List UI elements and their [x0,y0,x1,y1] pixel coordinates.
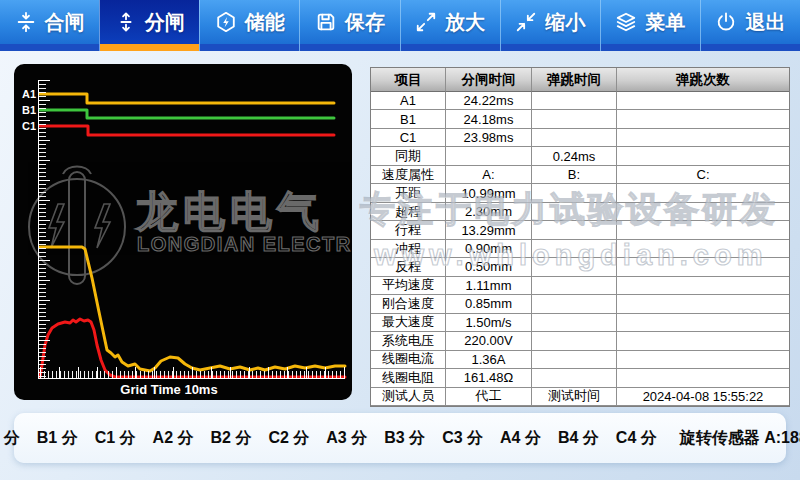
grid-time-label: Grid Time 10ms [84,382,254,397]
trace-C1-contact [40,126,334,135]
toolbar-tab-save[interactable]: 保存 [299,0,399,51]
table-cell: 代工 [446,388,532,406]
table-cell: 2.30mm [446,203,532,221]
waveform-chart: 龙电电气 LONGDIAN ELECTRIC A1B1C1 Grid Time … [14,64,352,400]
table-cell: B1 [371,110,446,128]
table-cell: 1.11mm [446,277,532,295]
table-cell: 161.48Ω [446,369,532,387]
phase-state-item: C1 分 [95,428,136,449]
zoom-out-icon [515,11,537,33]
column-header: 弹跳次数 [617,68,789,92]
watermark-en-text: LONGDIAN ELECTRIC [137,233,352,255]
table-cell: 2024-04-08 15:55:22 [617,388,789,406]
table-cell [532,203,617,221]
tab-label: 退出 [745,9,785,36]
table-cell: 开距 [371,184,446,202]
lightning-bolt-icon [49,204,64,248]
table-cell [617,129,789,147]
column-header: 分闸时间 [446,68,532,92]
toolbar-tab-zoom-out[interactable]: 缩小 [500,0,600,51]
table-cell: 220.00V [446,332,532,350]
table-cell: 测试时间 [532,388,617,406]
phase-state-item: B4 分 [558,428,599,449]
table-cell [617,147,789,165]
table-cell [617,314,789,332]
column-header: 项目 [371,68,446,92]
table-cell [617,258,789,276]
tab-label: 合闸 [45,9,85,36]
table-cell: 超程 [371,203,446,221]
tab-label: 缩小 [545,9,585,36]
table-cell [617,92,789,110]
save-icon [315,11,337,33]
table-cell [532,351,617,369]
table-cell: 线圈电流 [371,351,446,369]
menu-icon [615,11,637,33]
app-window: 合闸分闸储能保存放大缩小菜单退出 龙电电气 LONGDIAN ELECTRIC … [0,0,800,480]
toolbar-tab-exit[interactable]: 退出 [700,0,800,51]
time-axis-line [38,378,345,379]
table-cell [532,184,617,202]
tab-label: 分闸 [145,9,185,36]
table-cell: 同期 [371,147,446,165]
phase-state-item: B3 分 [384,428,425,449]
toolbar-tab-menu[interactable]: 菜单 [600,0,700,51]
table-cell [617,277,789,295]
table-cell: C: [617,166,789,184]
table-cell: 0.24ms [532,147,617,165]
phase-state-item: A1 分 [0,428,20,449]
chart-canvas: 龙电电气 LONGDIAN ELECTRIC [14,64,352,400]
table-cell [532,129,617,147]
tab-label: 储能 [245,9,285,36]
table-cell [532,332,617,350]
open-switch-icon [115,11,137,33]
tab-label: 菜单 [645,9,685,36]
table-cell [532,258,617,276]
channel-label-C1: C1 [22,120,36,132]
table-cell: A1 [371,92,446,110]
status-bar: A1 分B1 分C1 分A2 分B2 分C2 分A3 分B3 分C3 分A4 分… [14,413,786,463]
table-cell: 系统电压 [371,332,446,350]
zoom-in-icon [415,11,437,33]
lightning-bolt-icon [95,204,110,248]
table-cell [532,369,617,387]
close-switch-icon [15,11,37,33]
table-cell: 最大速度 [371,314,446,332]
table-cell [617,203,789,221]
rotation-sensor-readout: 旋转传感器 A:188.4 [680,428,800,449]
toolbar-tab-open-switch[interactable]: 分闸 [99,0,199,51]
table-cell [617,351,789,369]
toolbar-tab-close-switch[interactable]: 合闸 [0,0,99,51]
phase-state-item: A3 分 [326,428,367,449]
phase-state-item: C2 分 [268,428,309,449]
phase-state-item: A2 分 [153,428,194,449]
phase-state-item: C4 分 [616,428,657,449]
table-cell: 线圈电阻 [371,369,446,387]
trace-A1-contact [40,94,334,103]
table-cell [532,295,617,313]
watermark-cn-text: 龙电电气 [135,188,324,235]
tab-label: 放大 [445,9,485,36]
phase-state-item: B1 分 [37,428,78,449]
table-cell [532,314,617,332]
table-cell [532,92,617,110]
table-cell [617,110,789,128]
phase-state-item: C3 分 [442,428,483,449]
table-cell [532,240,617,258]
table-cell: 1.36A [446,351,532,369]
table-cell: 10.99mm [446,184,532,202]
table-cell [446,147,532,165]
table-cell [532,110,617,128]
phase-state-item: B2 分 [211,428,252,449]
table-cell [617,332,789,350]
table-cell: 反程 [371,258,446,276]
table-cell: 平均速度 [371,277,446,295]
toolbar-tab-zoom-in[interactable]: 放大 [400,0,500,51]
column-header: 弹跳时间 [532,68,617,92]
toolbar-tab-energy[interactable]: 储能 [199,0,299,51]
toolbar: 合闸分闸储能保存放大缩小菜单退出 [0,0,800,51]
table-cell: 13.29mm [446,221,532,239]
table-cell [532,221,617,239]
table-cell [617,240,789,258]
table-cell: 行程 [371,221,446,239]
